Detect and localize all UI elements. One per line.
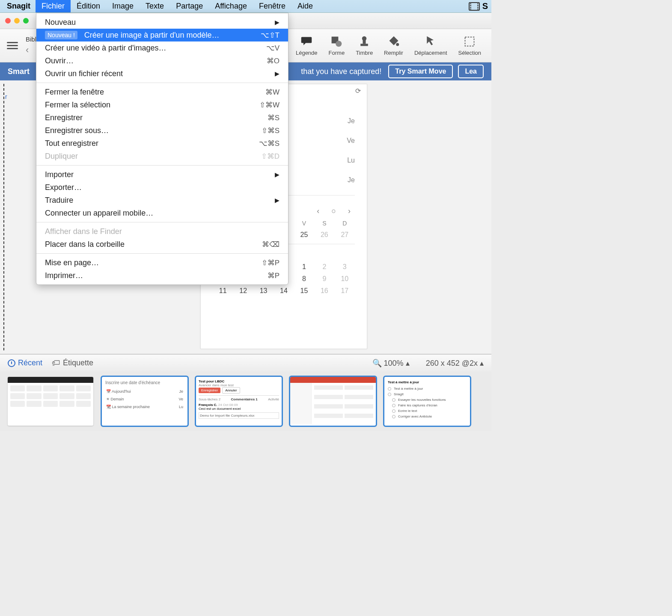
menu-fichier[interactable]: Fichier (36, 0, 71, 12)
capture-tray: Inscrire une date d'échéance 📅 Aujourd'h… (0, 371, 491, 431)
tray-thumb-2[interactable]: Inscrire une date d'échéance 📅 Aujourd'h… (102, 377, 187, 426)
canvas-link: r (5, 93, 7, 100)
tool-remplir[interactable]: Remplir (381, 33, 407, 58)
tool-selection[interactable]: Sélection (455, 33, 485, 58)
svg-point-4 (362, 36, 367, 41)
menu-texte[interactable]: Texte (140, 0, 170, 12)
svg-rect-2 (360, 44, 368, 46)
menu-item[interactable]: Enregistrer⌘S (36, 111, 288, 124)
banner-prefix: Smart (8, 67, 30, 76)
tool-timbre[interactable]: Timbre (352, 33, 376, 58)
dimensions-readout[interactable]: 260 x 452 @2x ▴ (426, 358, 484, 368)
menu-item[interactable]: Tout enregistrer⌥⌘S (36, 137, 288, 150)
recent-filter[interactable]: Récent (8, 358, 42, 367)
clock-icon (8, 359, 15, 367)
tray-thumb-3[interactable]: Test pour LBDC Avancer dans mon test Enr… (196, 377, 282, 426)
tool-deplacement[interactable]: Déplacement (411, 33, 451, 58)
menu-item[interactable]: Mise en page…⇧⌘P (36, 256, 288, 269)
menu-item[interactable]: Créer une vidéo à partir d'images…⌥V (36, 41, 288, 54)
menu-item[interactable]: Ouvrir…⌘O (36, 54, 288, 67)
tray-thumb-1[interactable] (8, 377, 93, 426)
cal-today-icon[interactable]: ○ (331, 207, 336, 216)
menu-partage[interactable]: Partage (170, 0, 209, 12)
menu-item[interactable]: Fermer la fenêtre⌘W (36, 86, 288, 98)
tray-thumb-4[interactable] (290, 377, 376, 426)
try-smart-move-button[interactable]: Try Smart Move (388, 65, 453, 78)
menu-affichage[interactable]: Affichage (209, 0, 253, 12)
refresh-icon[interactable]: ⟳ (355, 87, 361, 95)
tool-legende[interactable]: Légende (292, 33, 321, 58)
menu-item[interactable]: Ouvrir un fichier récent▶ (36, 67, 288, 80)
svg-point-1 (336, 41, 342, 47)
status-bar: Récent 🏷Étiquette 🔍 100% ▴ 260 x 452 @2x… (0, 354, 491, 371)
learn-button[interactable]: Lea (458, 65, 484, 78)
menu-item[interactable]: Exporter… (36, 181, 288, 194)
menu-item[interactable]: Fermer la sélection⇧⌘W (36, 98, 288, 111)
cal-next-icon[interactable]: › (348, 207, 351, 216)
minimize-button[interactable] (14, 18, 20, 24)
menu-item[interactable]: Importer▶ (36, 168, 288, 181)
menu-aide[interactable]: Aide (291, 0, 319, 12)
tray-thumb-5[interactable]: Test à mettre à jour Test à mettre à jou… (384, 377, 470, 426)
menu-edition[interactable]: Édition (71, 0, 106, 12)
menu-item: Dupliquer⇧⌘D (36, 150, 288, 163)
zoom-button[interactable] (23, 18, 29, 24)
menu-image[interactable]: Image (106, 0, 140, 12)
menu-item[interactable]: Imprimer…⌘P (36, 269, 288, 282)
traffic-lights (0, 18, 34, 24)
tool-forme[interactable]: Forme (325, 33, 348, 58)
tag-filter[interactable]: 🏷Étiquette (52, 358, 93, 368)
selection-edge (3, 84, 6, 350)
fichier-dropdown: Nouveau▶Nouveau !Créer une image à parti… (36, 13, 288, 285)
svg-rect-6 (465, 37, 474, 46)
app-name[interactable]: Snagit (2, 2, 36, 11)
menu-item[interactable]: Traduire▶ (36, 194, 288, 207)
system-menubar: Snagit Fichier Édition Image Texte Parta… (0, 0, 491, 13)
menu-item[interactable]: Nouveau !Créer une image à partir d'un m… (36, 29, 288, 41)
menu-item: Afficher dans le Finder (36, 225, 288, 238)
s-icon[interactable]: S (482, 1, 488, 11)
film-icon[interactable] (469, 2, 480, 11)
menu-fenetre[interactable]: Fenêtre (253, 0, 291, 12)
menu-item[interactable]: Enregistrer sous…⇧⌘S (36, 124, 288, 137)
menu-item[interactable]: Connecter un appareil mobile… (36, 207, 288, 219)
svg-point-5 (396, 43, 399, 46)
menu-item[interactable]: Placer dans la corbeille⌘⌫ (36, 238, 288, 251)
sidebar-toggle[interactable] (7, 42, 18, 49)
menu-item[interactable]: Nouveau▶ (36, 16, 288, 29)
close-button[interactable] (5, 18, 11, 24)
cal-prev-icon[interactable]: ‹ (317, 207, 319, 216)
zoom-control[interactable]: 🔍 100% ▴ (372, 358, 410, 368)
tag-icon: 🏷 (52, 358, 60, 368)
